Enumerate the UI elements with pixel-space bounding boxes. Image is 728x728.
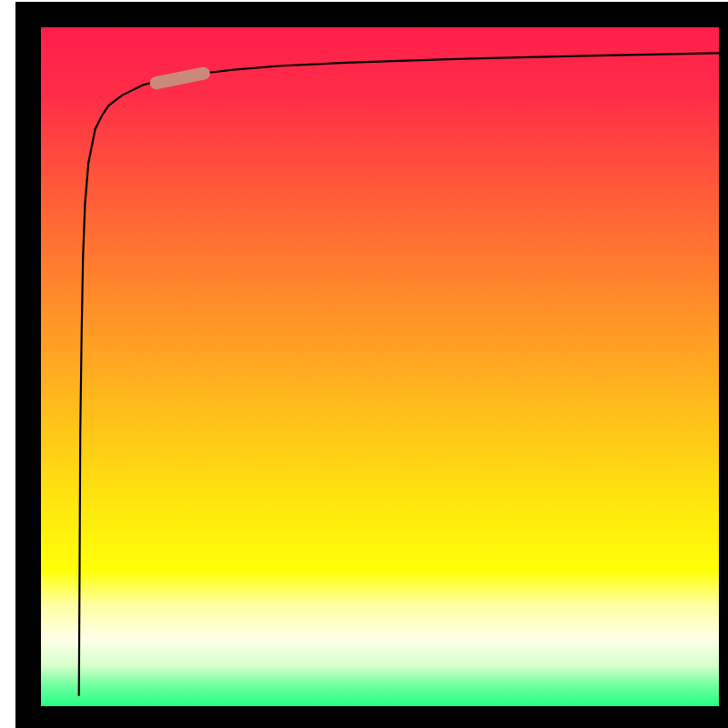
- frame-right: [719, 2, 728, 728]
- bottleneck-curve: [79, 53, 719, 695]
- frame-left: [15, 2, 41, 728]
- curve-marker: [157, 74, 204, 83]
- frame-top: [15, 2, 728, 27]
- chart-stage: TheBottleneck.com: [0, 0, 728, 728]
- frame-bottom: [15, 706, 728, 728]
- plot-area: [41, 27, 719, 706]
- curve-layer: [41, 27, 719, 706]
